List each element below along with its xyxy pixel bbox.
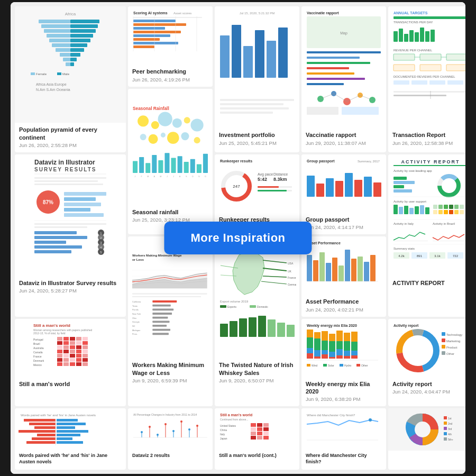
svg-text:Michigan: Michigan	[132, 329, 140, 332]
card-pop-pyramid[interactable]: Africa	[15, 6, 126, 152]
svg-rect-350	[307, 353, 313, 359]
svg-rect-362	[329, 357, 335, 359]
svg-rect-330	[83, 350, 88, 353]
card-pie-large[interactable]: 1st 2nd 3rd 4th 5th+	[388, 408, 465, 469]
svg-rect-7	[47, 34, 70, 38]
svg-text:United States: United States	[220, 424, 236, 427]
svg-text:Domestic: Domestic	[257, 305, 268, 308]
svg-rect-339	[76, 358, 81, 362]
svg-text:Florida: Florida	[132, 309, 139, 312]
svg-text:Solar: Solar	[328, 364, 334, 367]
card-date-peer-bench: Jun 26, 2020, 4:19:26 PM	[132, 77, 208, 83]
svg-rect-188	[345, 173, 353, 197]
svg-rect-358	[322, 354, 328, 359]
svg-rect-282	[239, 318, 247, 337]
card-activity-report-large[interactable]: ACTIVITY REPORT Activity by cost-leading…	[388, 154, 465, 317]
svg-rect-31	[133, 23, 186, 26]
svg-rect-115	[133, 161, 138, 173]
card-seasonal-rainfall[interactable]: Seasonal Rainfall	[128, 89, 213, 235]
svg-rect-117	[145, 163, 150, 173]
svg-line-70	[347, 95, 360, 102]
svg-rect-57	[307, 57, 360, 59]
svg-rect-440	[251, 427, 256, 431]
svg-rect-255	[152, 317, 168, 319]
svg-rect-438	[257, 423, 262, 427]
svg-text:Summary, 2017: Summary, 2017	[358, 160, 380, 163]
card-vacc[interactable]: Vaccinatie rapport Map	[301, 6, 386, 152]
card-manchester[interactable]: Where did Manchester City finish? Where …	[301, 408, 386, 469]
svg-text:3rd: 3rd	[448, 427, 452, 431]
svg-text:A: A	[179, 175, 181, 177]
card-title-still-mans: Still a man's world	[19, 380, 122, 388]
svg-rect-100	[393, 95, 446, 96]
svg-rect-4	[70, 24, 98, 28]
svg-rect-398	[24, 419, 56, 422]
card-dataviz-survey[interactable]: Dataviz in Illustrator SURVEY RESULTS 87…	[15, 154, 126, 317]
svg-text:Still a man's world: Still a man's world	[220, 413, 252, 417]
svg-text:The Twisted Nature of Irish Wh: The Twisted Nature of Irish Whiskey Sale…	[220, 241, 294, 245]
card-energy[interactable]: Weekly energy mix Elia 2020	[301, 319, 386, 407]
svg-rect-187	[335, 181, 343, 197]
card-runkeeper[interactable]: Runkeeper results 247 Avg pace 5:42 Dist…	[215, 154, 299, 234]
card-peer-bench[interactable]: Scoring AI systems Asset scores	[128, 6, 213, 86]
svg-text:Seasonal Rainfall: Seasonal Rainfall	[133, 105, 169, 111]
svg-rect-458	[444, 437, 447, 441]
svg-rect-321	[57, 345, 62, 349]
svg-rect-454	[444, 416, 447, 419]
card-workers-wage[interactable]: Workers Making Minimum Wage or Less	[128, 236, 213, 406]
svg-text:J: J	[167, 175, 168, 177]
card-still-mans[interactable]: Still a man's world Women among research…	[15, 319, 126, 407]
svg-rect-244	[132, 294, 207, 295]
svg-text:Vaccinatie rapport: Vaccinatie rapport	[307, 11, 339, 15]
card-trans-report[interactable]: ANNUAL TARGETS TRANSACTIONS PER DAY	[388, 6, 465, 152]
svg-rect-204	[393, 205, 398, 214]
svg-text:Ohio: Ohio	[132, 317, 136, 319]
svg-rect-333	[70, 354, 75, 358]
svg-point-109	[140, 134, 147, 140]
svg-rect-340	[83, 358, 88, 362]
svg-rect-29	[133, 17, 202, 18]
svg-text:Activity report: Activity report	[393, 324, 419, 328]
card-dataviz2[interactable]: All Percentage Changes in Industry from …	[128, 408, 213, 469]
svg-text:Penn.: Penn.	[132, 333, 138, 335]
card-activity-small[interactable]: Activity report Technology Marketing Pro…	[388, 319, 465, 407]
card-info-group-passport: Group passport Jun 24, 2020, 4:14:17 PM	[301, 213, 386, 234]
svg-text:Asset Performance: Asset Performance	[307, 241, 341, 245]
svg-text:Female: Female	[36, 72, 47, 76]
svg-rect-35	[133, 38, 160, 41]
svg-text:Other: Other	[361, 364, 368, 367]
svg-rect-402	[34, 426, 56, 429]
card-words-austen[interactable]: Words paired with 'he' and 'his' in Jane…	[15, 408, 126, 469]
svg-rect-335	[83, 354, 88, 358]
svg-rect-2	[70, 20, 99, 23]
card-info-trans-report: Transaction Report Jun 26, 2020, 12:58:3…	[388, 128, 465, 150]
svg-text:2nd: 2nd	[448, 422, 453, 425]
svg-rect-364	[336, 341, 343, 349]
card-info-dataviz-survey: Dataviz in Illustrator Survey results Ju…	[15, 276, 126, 298]
svg-text:4.2k: 4.2k	[398, 254, 405, 258]
card-group-passport[interactable]: Group passport Summary, 2017	[301, 154, 386, 234]
svg-rect-18	[70, 58, 77, 61]
svg-rect-142	[34, 177, 106, 179]
card-date-dataviz-survey: Jun 24, 2020, 5:28:27 PM	[19, 288, 122, 294]
svg-rect-73	[342, 107, 379, 115]
card-still-mans-2[interactable]: Still a man's world Continued from above…	[215, 408, 299, 469]
card-asset-perf[interactable]: Asset Performance	[301, 236, 386, 316]
svg-text:USA: USA	[288, 262, 294, 265]
svg-rect-95	[393, 80, 409, 85]
card-whiskey[interactable]: The Twisted Nature of Irish Whiskey Sale…	[215, 236, 299, 406]
svg-text:New York: New York	[132, 313, 141, 315]
svg-rect-337	[63, 358, 69, 362]
svg-text:5: 5	[100, 251, 102, 254]
svg-rect-118	[152, 155, 157, 173]
svg-rect-20	[70, 62, 74, 66]
svg-rect-245	[132, 296, 201, 297]
svg-rect-281	[230, 321, 237, 337]
svg-rect-86	[393, 54, 415, 60]
card-title-group-passport: Group passport	[306, 216, 382, 223]
svg-rect-343	[70, 362, 75, 366]
card-title-asset-perf: Asset Performance	[306, 298, 382, 305]
card-invest[interactable]: Jul 15, 2020, 5:21:32 PM	[215, 6, 299, 152]
svg-rect-34	[133, 34, 170, 37]
svg-text:DOCUMENTED REVIEWS PER CHANNEL: DOCUMENTED REVIEWS PER CHANNEL	[393, 75, 455, 78]
